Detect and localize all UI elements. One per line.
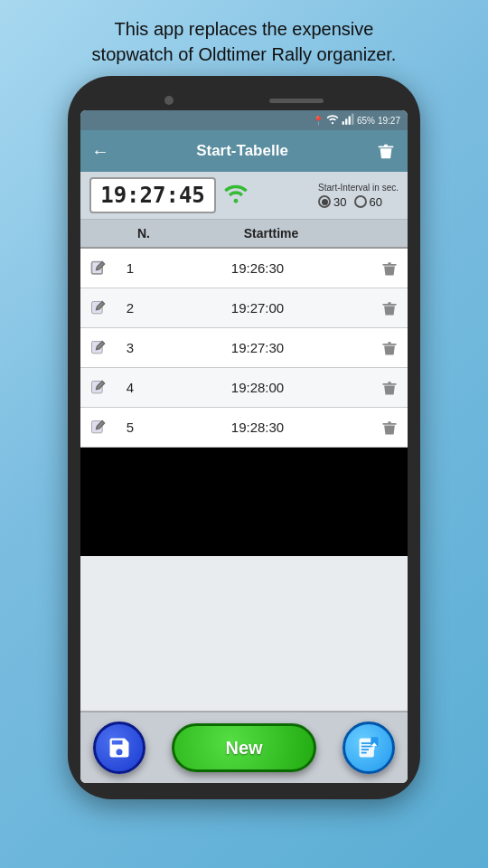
signal-icon — [342, 113, 354, 127]
delete-row-5-button[interactable] — [371, 419, 408, 437]
interval-30-option[interactable]: 30 — [318, 195, 346, 209]
interval-label: Start-Interval in sec. — [318, 183, 399, 193]
app-title: Start-Tabelle — [196, 142, 288, 160]
wifi-status-icon — [326, 113, 339, 127]
edit-button-row-2[interactable] — [80, 299, 117, 317]
table-body: 1 19:26:30 2 19:27:00 — [80, 249, 408, 711]
table-row: 3 19:27:30 — [80, 328, 408, 368]
svg-point-5 — [234, 199, 239, 203]
table-row: 5 19:28:30 — [80, 408, 408, 448]
interval-60-option[interactable]: 60 — [354, 195, 382, 209]
row-1-num: 1 — [117, 260, 144, 276]
delete-row-3-button[interactable] — [371, 339, 408, 357]
row-1-starttime: 19:26:30 — [144, 260, 371, 276]
edit-button-row-5[interactable] — [80, 419, 117, 437]
row-3-starttime: 19:27:30 — [144, 340, 371, 355]
edit-button-row-1[interactable] — [80, 259, 117, 278]
location-icon: 📍 — [313, 116, 324, 126]
table-header: N. Starttime — [80, 220, 408, 249]
phone-frame: 📍 65% 19:27 — [68, 76, 420, 799]
edit-button-row-4[interactable] — [80, 379, 117, 397]
row-5-num: 5 — [117, 420, 144, 435]
svg-rect-13 — [361, 746, 372, 748]
svg-rect-3 — [349, 117, 351, 125]
svg-point-0 — [332, 122, 333, 124]
speaker-bar — [269, 99, 324, 103]
svg-rect-12 — [361, 742, 372, 744]
delete-row-4-button[interactable] — [371, 379, 408, 397]
new-button[interactable]: New — [172, 723, 316, 772]
table-row: 4 19:28:00 — [80, 368, 408, 408]
save-button[interactable] — [93, 722, 145, 774]
top-description: This app replaces the expensive stopwatc… — [65, 0, 424, 76]
col-header-n: N. — [117, 220, 171, 247]
delete-row-2-button[interactable] — [371, 299, 408, 317]
delete-all-button[interactable] — [375, 140, 397, 162]
back-button[interactable]: ← — [91, 141, 109, 162]
row-5-starttime: 19:28:30 — [144, 420, 371, 435]
wifi-signal-icon — [223, 181, 249, 210]
row-3-num: 3 — [117, 340, 144, 355]
camera-dot — [164, 96, 174, 105]
phone-screen: 📍 65% 19:27 — [80, 110, 408, 783]
delete-row-1-button[interactable] — [371, 259, 408, 278]
current-time-display: 19:27:45 — [89, 177, 216, 213]
app-bar: ← Start-Tabelle — [80, 130, 408, 172]
edit-button-row-3[interactable] — [80, 339, 117, 357]
row-4-num: 4 — [117, 380, 144, 395]
export-button[interactable] — [343, 722, 395, 774]
bottom-bar: New — [80, 711, 408, 783]
empty-area — [80, 448, 408, 556]
time-status: 19:27 — [378, 116, 400, 126]
status-bar: 📍 65% 19:27 — [80, 110, 408, 130]
svg-rect-2 — [345, 118, 347, 124]
interval-section: Start-Interval in sec. 30 60 — [318, 183, 399, 209]
row-2-num: 2 — [117, 300, 144, 316]
svg-rect-1 — [343, 121, 344, 125]
row-4-starttime: 19:28:00 — [144, 380, 371, 395]
col-header-starttime: Starttime — [171, 220, 371, 247]
battery-text: 65% — [357, 116, 375, 126]
time-interval-row: 19:27:45 Start-Interval in sec. 30 — [80, 172, 408, 220]
svg-rect-4 — [352, 114, 353, 125]
row-2-starttime: 19:27:00 — [144, 300, 371, 316]
table-row: 1 19:26:30 — [80, 249, 408, 288]
table-row: 2 19:27:00 — [80, 288, 408, 328]
svg-rect-15 — [361, 752, 367, 754]
svg-rect-14 — [361, 749, 369, 750]
